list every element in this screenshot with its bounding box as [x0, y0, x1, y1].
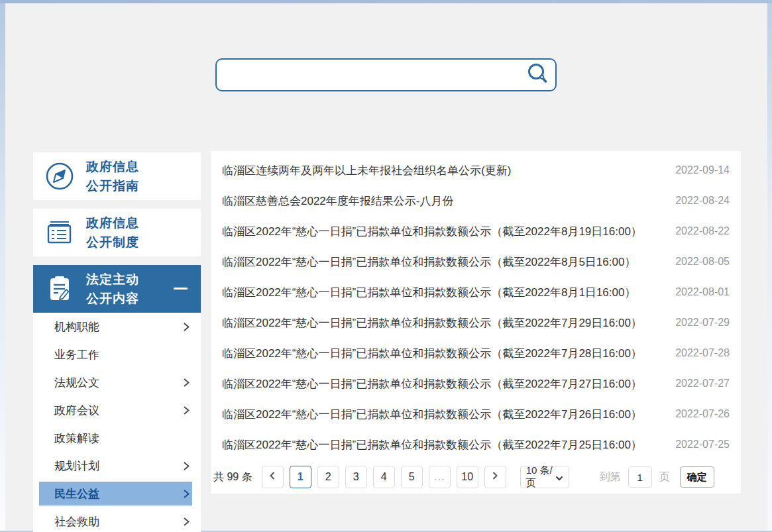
announcement-title[interactable]: 临淄区2022年“慈心一日捐”已捐款单位和捐款数额公示（截至2022年7月26日… [222, 407, 666, 422]
document-icon [44, 217, 75, 248]
list-item[interactable]: 临淄区2022年“慈心一日捐”已捐款单位和捐款数额公示（截至2022年7月27日… [211, 368, 741, 399]
page-size-select[interactable]: 10 条/页 [520, 466, 569, 488]
submenu-item-planning[interactable]: 规划计划 [33, 452, 201, 480]
announcement-list-panel: 临淄区连续两年及两年以上未年报社会组织名单公示(更新) 2022-09-14 临… [211, 151, 741, 494]
chevron-right-icon [183, 322, 190, 332]
sidebar-item-label: 政府信息 公开制度 [86, 213, 139, 252]
chevron-right-icon [183, 405, 190, 415]
submenu-item-organization[interactable]: 机构职能 [33, 313, 201, 341]
announcement-rows: 临淄区连续两年及两年以上未年报社会组织名单公示(更新) 2022-09-14 临… [211, 151, 741, 460]
sidebar-submenu: 机构职能 业务工作 法规公文 政府会议 政策解读 规划计划 [33, 313, 201, 532]
submenu-item-gov-meetings[interactable]: 政府会议 [33, 396, 201, 424]
announcement-date: 2022-08-24 [675, 195, 730, 207]
next-page-button[interactable] [484, 466, 506, 488]
goto-page-group: 到第 页 确定 [600, 466, 714, 488]
chevron-right-icon [491, 471, 499, 483]
announcement-title[interactable]: 临淄区2022年“慈心一日捐”已捐款单位和捐款数额公示（截至2022年7月28日… [222, 346, 666, 361]
announcement-date: 2022-07-27 [675, 378, 730, 390]
submenu-item-policy-interpretation[interactable]: 政策解读 [33, 424, 201, 452]
announcement-title[interactable]: 临淄区2022年“慈心一日捐”已捐款单位和捐款数额公示（截至2022年8月19日… [222, 224, 666, 239]
announcement-date: 2022-07-29 [675, 317, 730, 329]
chevron-down-icon [555, 472, 563, 483]
window-frame-top [0, 0, 772, 3]
prev-page-button[interactable] [262, 466, 284, 488]
announcement-date: 2022-09-14 [675, 164, 730, 176]
goto-label: 到第 [600, 470, 621, 484]
compass-icon [44, 161, 75, 191]
list-item[interactable]: 临淄区2022年“慈心一日捐”已捐款单位和捐款数额公示（截至2022年7月26日… [211, 399, 741, 429]
search-box [215, 58, 557, 91]
collapse-minus-icon[interactable] [174, 288, 188, 290]
chevron-left-icon [268, 471, 276, 483]
sidebar-item-label: 法定主动 公开内容 [86, 270, 139, 308]
announcement-title[interactable]: 临淄区2022年“慈心一日捐”已捐款单位和捐款数额公示（截至2022年7月29日… [222, 315, 666, 331]
sidebar-item-gov-info-guide[interactable]: 政府信息 公开指南 [33, 152, 201, 200]
announcement-date: 2022-07-26 [675, 408, 730, 420]
chevron-right-icon [183, 517, 190, 527]
submenu-item-business-work[interactable]: 业务工作 [33, 341, 201, 368]
page-size-value: 10 条/页 [526, 464, 555, 490]
announcement-date: 2022-08-01 [675, 286, 730, 298]
announcement-title[interactable]: 临淄区连续两年及两年以上未年报社会组织名单公示(更新) [222, 163, 666, 178]
list-item[interactable]: 临淄区2022年“慈心一日捐”已捐款单位和捐款数额公示（截至2022年7月28日… [211, 338, 741, 368]
announcement-title[interactable]: 临淄区2022年“慈心一日捐”已捐款单位和捐款数额公示（截至2022年7月27日… [222, 376, 666, 392]
goto-unit-label: 页 [659, 470, 670, 484]
confirm-button[interactable]: 确定 [680, 466, 714, 488]
announcement-date: 2022-08-22 [675, 225, 730, 237]
page-button-1[interactable]: 1 [290, 466, 311, 488]
list-item[interactable]: 临淄区2022年“慈心一日捐”已捐款单位和捐款数额公示（截至2022年7月29日… [211, 307, 741, 338]
list-item[interactable]: 临淄区连续两年及两年以上未年报社会组织名单公示(更新) 2022-09-14 [211, 155, 741, 186]
window-frame-left [0, 3, 5, 532]
page: 政府信息 公开指南 政府信息 公开制度 [0, 0, 772, 532]
submenu-item-public-welfare[interactable]: 民生公益 [33, 480, 201, 507]
announcement-title[interactable]: 临淄区2022年“慈心一日捐”已捐款单位和捐款数额公示（截至2022年8月1日1… [222, 285, 666, 300]
page-button-2[interactable]: 2 [317, 466, 339, 488]
announcement-title[interactable]: 临淄区2022年“慈心一日捐”已捐款单位和捐款数额公示（截至2022年8月5日1… [222, 254, 666, 270]
pagination: 共 99 条 1 2 3 4 5 ... 10 10 条/页 [213, 466, 736, 488]
search-icon [526, 62, 550, 88]
search-input[interactable] [217, 60, 526, 90]
chevron-right-icon [183, 461, 190, 471]
window-frame-right [767, 3, 772, 532]
page-ellipsis-button[interactable]: ... [429, 466, 451, 488]
goto-page-input[interactable] [628, 466, 652, 488]
submenu-item-social-assistance[interactable]: 社会救助 [33, 507, 201, 532]
list-item[interactable]: 临淄区2022年“慈心一日捐”已捐款单位和捐款数额公示（截至2022年8月19日… [211, 216, 741, 246]
list-item[interactable]: 临淄区慈善总会2022年度年报结果公示-八月份 2022-08-24 [211, 186, 741, 216]
announcement-title[interactable]: 临淄区慈善总会2022年度年报结果公示-八月份 [222, 193, 666, 209]
page-button-3[interactable]: 3 [345, 466, 367, 488]
chevron-right-icon [183, 378, 190, 388]
page-button-5[interactable]: 5 [401, 466, 423, 488]
sidebar-item-statutory-disclosure[interactable]: 法定主动 公开内容 [33, 265, 201, 313]
list-item[interactable]: 临淄区2022年“慈心一日捐”已捐款单位和捐款数额公示（截至2022年7月25日… [211, 429, 741, 460]
page-button-4[interactable]: 4 [373, 466, 395, 488]
sidebar-item-gov-info-system[interactable]: 政府信息 公开制度 [33, 209, 201, 256]
announcement-date: 2022-08-05 [675, 256, 730, 268]
total-count-label: 共 99 条 [213, 470, 252, 484]
page-button-10[interactable]: 10 [457, 466, 478, 488]
submenu-item-regulations[interactable]: 法规公文 [33, 368, 201, 396]
announcement-date: 2022-07-25 [675, 439, 730, 451]
search-button[interactable] [526, 62, 555, 88]
chevron-right-icon [183, 489, 190, 499]
clipboard-pencil-icon [44, 274, 75, 304]
list-item[interactable]: 临淄区2022年“慈心一日捐”已捐款单位和捐款数额公示（截至2022年8月5日1… [211, 246, 741, 277]
announcement-date: 2022-07-28 [675, 347, 730, 359]
list-item[interactable]: 临淄区2022年“慈心一日捐”已捐款单位和捐款数额公示（截至2022年8月1日1… [211, 277, 741, 307]
sidebar-item-label: 政府信息 公开指南 [86, 157, 139, 195]
announcement-title[interactable]: 临淄区2022年“慈心一日捐”已捐款单位和捐款数额公示（截至2022年7月25日… [222, 437, 666, 452]
